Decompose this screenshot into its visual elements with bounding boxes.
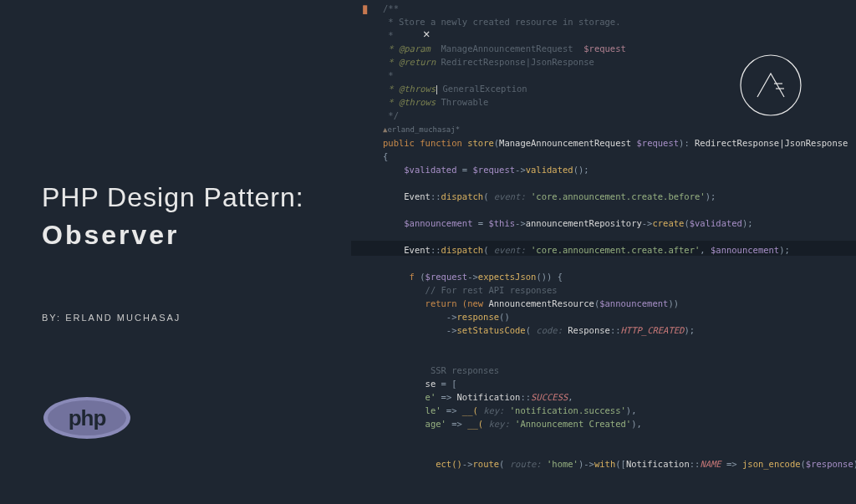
code-editor: ▐▌ ✕ /** * Store a newly created resourc… [351, 0, 856, 504]
docblock-close: */ [383, 110, 399, 120]
throws-tag: * @throws [383, 84, 436, 94]
title-line-1: PHP Design Pattern: [42, 182, 304, 213]
author-annotation: erland_muchasaj* [387, 125, 460, 134]
fn-name: store [467, 138, 494, 148]
return-tag: * @return [383, 57, 436, 67]
docblock-desc: * Store a newly created resource in stor… [383, 17, 620, 27]
docblock-open: /** [383, 3, 399, 13]
docblock-blank: * [383, 30, 394, 40]
article-title: PHP Design Pattern: Observer [42, 182, 304, 251]
php-logo-icon: php [42, 396, 132, 440]
editor-gutter: ▐▌ [351, 0, 373, 504]
comment-api: // For rest API responses [425, 285, 558, 295]
param-tag: * @param [383, 43, 431, 53]
comment-ssr: SSR responses [425, 365, 500, 375]
fn-visibility: public [383, 138, 415, 148]
author-byline: BY: ERLAND MUCHASAJ [42, 313, 181, 323]
bookmark-icon: ▐▌ [351, 3, 369, 17]
svg-text:php: php [69, 405, 106, 430]
code-content[interactable]: /** * Store a newly created resource in … [383, 2, 856, 471]
title-line-2: Observer [42, 220, 304, 251]
